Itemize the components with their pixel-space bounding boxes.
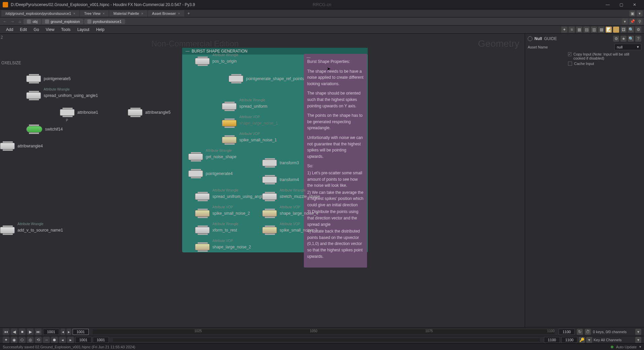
node-pointgenerate5[interactable]: pointgenerate5	[26, 75, 71, 82]
tool-search-icon[interactable]: 🔍	[628, 27, 634, 33]
path-obj[interactable]: obj	[24, 19, 41, 24]
pane-menu-icon[interactable]: ▾	[637, 10, 643, 16]
netbox-title[interactable]: —BURST SHAPE GENERATION	[182, 48, 368, 55]
tool-netbox-icon[interactable]: ▭	[613, 27, 619, 33]
node-pointgenerate4[interactable]: pointgenerate4	[188, 170, 233, 177]
range-end-field[interactable]: 1001	[93, 337, 109, 343]
node-stretch-muzzle-shape[interactable]: Attribute Wranglestretch_muzzle_shape	[262, 193, 320, 200]
close-icon[interactable]: ×	[141, 11, 143, 15]
node-attribwrangle5[interactable]: attribwrangle5	[128, 109, 170, 116]
copy-input-checkbox[interactable]: ✓Copy Input (Note: Input will be still c…	[528, 52, 641, 60]
checkbox-icon[interactable]: ✓	[568, 52, 571, 56]
find-icon[interactable]: ⚲	[637, 19, 643, 25]
node-spread-unifrom-using-angle1[interactable]: Attribute Wranglespread_unifrom_using_an…	[26, 92, 98, 99]
key-all-label[interactable]: Key All Channels	[594, 338, 634, 342]
node-shape-large-noise-4[interactable]: Attribute VOPshape_large_noise_4	[262, 210, 318, 217]
search-icon[interactable]: 🔍	[628, 36, 634, 42]
node-switchif14[interactable]: switchif14	[26, 126, 63, 133]
end-frame-field[interactable]: 1100	[559, 329, 575, 335]
auto-update-label[interactable]: Auto Update	[616, 345, 637, 349]
chevron-down-icon[interactable]: ▾	[635, 337, 641, 343]
frame-next-button[interactable]: ▸	[67, 328, 71, 335]
play-first-button[interactable]: ⏮	[3, 328, 9, 335]
stop-button[interactable]: ■	[19, 328, 26, 335]
tab-asset-browser[interactable]: Asset Browser×	[148, 10, 184, 16]
menu-layout[interactable]: Layout	[74, 26, 93, 33]
range-slider[interactable]	[113, 338, 540, 342]
node-pos-to-origin[interactable]: Attribute Wranglepos_to_origin	[195, 58, 237, 65]
help-icon[interactable]: ?	[635, 36, 641, 42]
tab-network-path[interactable]: /obj/ground_explosion/pyroburstsource1×	[1, 10, 79, 16]
frame-field[interactable]: 1001	[73, 329, 89, 335]
maximize-pane-icon[interactable]: ▣	[629, 10, 635, 16]
menu-view[interactable]: View	[42, 26, 58, 33]
path-pyroburstsource1[interactable]: pyroburstsource1	[84, 19, 125, 24]
close-button[interactable]: ✕	[628, 1, 641, 9]
play-last-button[interactable]: ⏭	[35, 328, 42, 335]
snap-icon[interactable]: ✦	[3, 337, 9, 343]
global-end1-field[interactable]: 1100	[544, 337, 560, 343]
collapse-icon[interactable]: —	[186, 49, 190, 54]
node-pointgenerate-shape-ref[interactable]: pointgenerate_shape_ref_points	[229, 75, 304, 82]
tool-image-icon[interactable]: 🖼	[620, 27, 627, 33]
add-tab-button[interactable]: +	[185, 10, 193, 17]
tab-material-palette[interactable]: Material Palette×	[109, 10, 147, 16]
node-transform3[interactable]: transform3	[262, 160, 299, 166]
node-spike-small-noise-3[interactable]: Attribute VOPspike_small_noise_3	[262, 227, 317, 234]
tool-gear-icon[interactable]: ⚙	[635, 27, 641, 33]
tool-wand-icon[interactable]: ✦	[561, 27, 567, 33]
node-transform4[interactable]: transform4	[262, 176, 299, 183]
gear-icon[interactable]: ⚙	[613, 36, 619, 42]
close-icon[interactable]: ×	[73, 11, 75, 15]
pin-icon[interactable]: 📌	[629, 19, 635, 25]
loop-icon[interactable]: ↻	[577, 329, 583, 335]
frame-prev-button[interactable]: ◂	[61, 328, 65, 335]
menu-edit[interactable]: Edit	[16, 26, 30, 33]
link-icon[interactable]: ⟲	[35, 337, 42, 343]
nav-fwd-button[interactable]: →	[9, 18, 16, 25]
key-icon[interactable]: 🔑	[579, 337, 585, 343]
menu-go[interactable]: Go	[30, 26, 42, 33]
path-ground-explosion[interactable]: ground_explosion	[42, 19, 83, 24]
node-shape-large-noise-1[interactable]: Attribute VOPshape_large_noise_1	[222, 120, 278, 127]
tool-grid2-icon[interactable]: ▤	[583, 27, 590, 33]
network-view[interactable]: 2 Non-Commercial Edition Geometry OXELSI…	[0, 34, 525, 327]
star-icon[interactable]: ★	[620, 36, 627, 42]
close-icon[interactable]: ×	[178, 11, 180, 15]
global-end2-field[interactable]: 1100	[561, 337, 577, 343]
tool-grid4-icon[interactable]: ▩	[598, 27, 604, 33]
key-next-icon[interactable]: ▸	[67, 337, 74, 343]
current-frame-field[interactable]: 1001	[43, 329, 59, 335]
node-spread-uniform[interactable]: Attribute Wranglespread_uniform	[222, 103, 267, 110]
node-spike-small-noise-1[interactable]: Attribute VOPspike_small_noise_1	[222, 137, 277, 143]
tab-tree-view[interactable]: Tree View×	[80, 10, 109, 16]
checkbox-icon[interactable]	[568, 62, 572, 66]
menu-help[interactable]: Help	[93, 26, 108, 33]
nav-home-icon[interactable]: ⌂	[16, 18, 24, 25]
maximize-button[interactable]: ▢	[614, 1, 628, 9]
range-start-field[interactable]: 1001	[75, 337, 91, 343]
minimize-button[interactable]: —	[601, 1, 614, 9]
node-shape-large-noise-2[interactable]: Attribute VOPshape_large_noise_2	[195, 244, 251, 250]
menu-add[interactable]: Add	[3, 26, 16, 33]
menu-tools[interactable]: Tools	[58, 26, 74, 33]
chevron-down-icon[interactable]: ▾	[637, 45, 639, 49]
sticky-note[interactable]: — Burst Shape Properties: The shape need…	[304, 54, 367, 268]
node-attribnoise1[interactable]: attribnoise1P	[60, 109, 98, 116]
path-dropdown-icon[interactable]: ▾	[622, 19, 628, 25]
scope-icon[interactable]: ◉	[11, 337, 17, 343]
clock-icon[interactable]: ⏲	[19, 337, 26, 343]
cache-input-checkbox[interactable]: Cache Input	[528, 62, 641, 66]
node-spike-small-noise-2[interactable]: Attribute VOPspike_small_noise_2	[195, 210, 250, 217]
target-icon[interactable]: ◎	[27, 337, 34, 343]
node-spread-unifrom-using-angle[interactable]: Attribute Wranglespread_unifrom_using_an…	[195, 193, 265, 200]
sticky-collapse-icon[interactable]: —	[307, 55, 311, 61]
nav-back-button[interactable]: ←	[1, 18, 9, 25]
key-menu-icon[interactable]: ▾	[586, 337, 592, 343]
play-button[interactable]: ▶	[27, 328, 34, 335]
key-prev-icon[interactable]: ◂	[59, 337, 66, 343]
chevron-down-icon[interactable]: ▾	[639, 345, 641, 349]
tool-grid1-icon[interactable]: ▦	[576, 27, 582, 33]
realtime-icon[interactable]: ⏱	[585, 329, 591, 335]
node-attribwrangle4[interactable]: attribwrangle4	[0, 143, 43, 149]
